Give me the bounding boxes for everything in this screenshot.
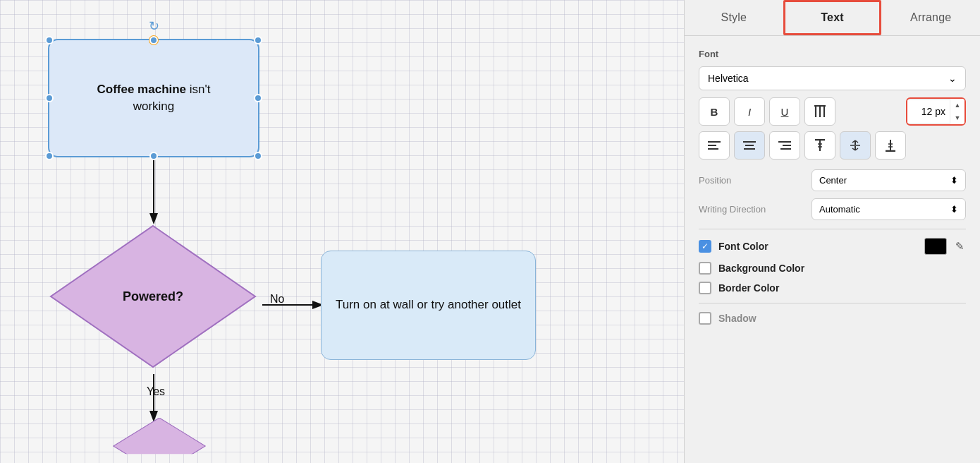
position-row: Position Center ⬍ (699, 169, 966, 191)
font-color-swatch[interactable] (924, 238, 947, 255)
diamond-label: Powered? (123, 289, 183, 304)
font-size-input[interactable] (907, 100, 950, 123)
coffee-text-bold: Coffee machine (97, 83, 186, 96)
border-color-row: ✓ Border Color (699, 282, 966, 294)
alignment-row (699, 131, 966, 160)
italic-button[interactable]: I (734, 97, 765, 126)
bottom-diamond-node[interactable] (72, 418, 247, 463)
turnonwall-node[interactable]: Turn on at wall or try another outlet (321, 251, 536, 360)
yes-arrow-label: Yes (147, 385, 165, 398)
canvas: ↻ Coffee machine isn'tworking Powered? N… (0, 0, 684, 463)
handle-bl[interactable] (45, 152, 54, 160)
panel-content: Font Helvetica ⌄ B I U ▲ (685, 36, 980, 463)
align-left-button[interactable] (699, 131, 730, 160)
no-arrow-label: No (270, 293, 284, 306)
handle-tr[interactable] (254, 36, 262, 44)
tab-text[interactable]: Text (783, 0, 882, 35)
vertical-text-button[interactable] (804, 97, 835, 126)
writing-direction-label: Writing Direction (699, 204, 811, 215)
background-color-label: Background Color (718, 263, 966, 274)
checkbox-check-icon: ✓ (702, 242, 709, 251)
position-label: Position (699, 175, 811, 186)
valign-bottom-button[interactable] (875, 131, 906, 160)
font-color-checkbox[interactable]: ✓ (699, 240, 711, 253)
writing-direction-row: Writing Direction Automatic ⬍ (699, 198, 966, 220)
underline-button[interactable]: U (769, 97, 800, 126)
svg-marker-4 (114, 418, 205, 463)
turnonwall-text: Turn on at wall or try another outlet (336, 296, 521, 314)
handle-tl[interactable] (45, 36, 54, 44)
writing-direction-chevron: ⬍ (950, 204, 958, 215)
font-dropdown[interactable]: Helvetica ⌄ (699, 66, 966, 90)
writing-direction-value: Automatic (819, 204, 860, 215)
divider-1 (699, 229, 966, 229)
position-value: Center (819, 175, 847, 186)
coffee-machine-node[interactable]: ↻ Coffee machine isn'tworking (48, 39, 259, 157)
font-color-edit-button[interactable]: ✎ (954, 239, 966, 254)
valign-middle-button[interactable] (840, 131, 871, 160)
divider-2 (699, 303, 966, 303)
border-color-label: Border Color (718, 282, 966, 294)
align-center-button[interactable] (734, 131, 765, 160)
shadow-row: ✓ Shadow (699, 312, 966, 325)
background-color-checkbox[interactable]: ✓ (699, 262, 711, 275)
handle-bc[interactable] (149, 152, 158, 160)
powered-diamond-node[interactable]: Powered? (44, 219, 262, 374)
tab-style[interactable]: Style (685, 0, 783, 35)
position-chevron: ⬍ (950, 175, 958, 186)
font-size-wrapper: ▲ ▼ (906, 97, 966, 126)
align-right-button[interactable] (769, 131, 800, 160)
font-size-down[interactable]: ▼ (950, 112, 964, 124)
handle-mr[interactable] (254, 94, 262, 102)
font-size-arrows: ▲ ▼ (950, 99, 964, 124)
handle-tc[interactable] (149, 36, 158, 44)
font-dropdown-chevron: ⌄ (948, 73, 957, 84)
handle-br[interactable] (254, 152, 262, 160)
valign-top-button[interactable] (804, 131, 835, 160)
shadow-label: Shadow (718, 313, 757, 324)
format-buttons-row: B I U ▲ ▼ (699, 97, 966, 126)
coffee-node-text: Coffee machine isn'tworking (90, 74, 217, 122)
font-color-row: ✓ Font Color ✎ (699, 238, 966, 255)
right-panel: Style Text Arrange Font Helvetica ⌄ B I … (684, 0, 980, 463)
rotate-handle[interactable]: ↻ (147, 19, 161, 33)
border-color-checkbox[interactable]: ✓ (699, 282, 711, 294)
font-size-up[interactable]: ▲ (950, 99, 964, 112)
background-color-row: ✓ Background Color (699, 262, 966, 275)
position-dropdown[interactable]: Center ⬍ (811, 169, 966, 191)
font-color-label: Font Color (718, 241, 917, 252)
tab-arrange[interactable]: Arrange (881, 0, 980, 35)
panel-tabs: Style Text Arrange (685, 0, 980, 36)
handle-ml[interactable] (45, 94, 54, 102)
shadow-checkbox[interactable]: ✓ (699, 312, 711, 325)
font-name: Helvetica (708, 73, 749, 84)
writing-direction-dropdown[interactable]: Automatic ⬍ (811, 198, 966, 220)
font-section-label: Font (699, 49, 966, 59)
bold-button[interactable]: B (699, 97, 730, 126)
